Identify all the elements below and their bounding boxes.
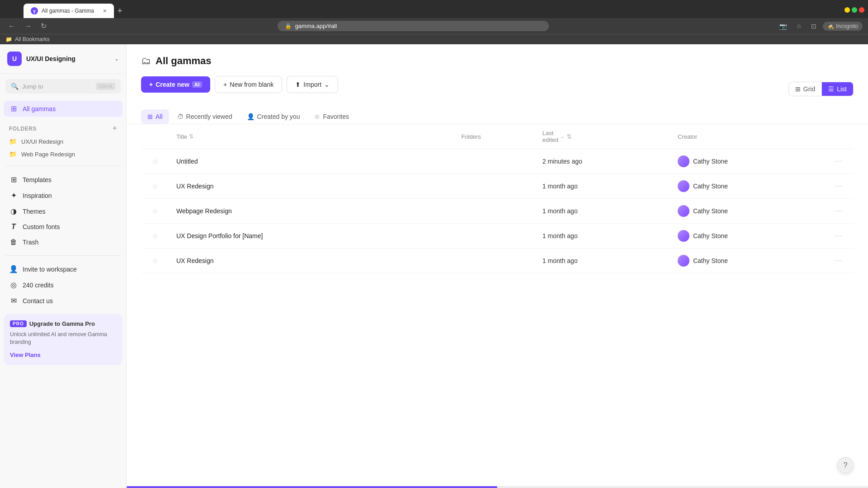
th-creator: Creator: [670, 124, 825, 149]
doc-title[interactable]: UX Redesign: [176, 257, 214, 264]
folder-item-web-page-redesign[interactable]: 📁 Web Page Redesign: [4, 148, 123, 160]
search-icon: 🔍: [11, 83, 19, 90]
maximize-button[interactable]: [852, 7, 857, 13]
th-last-edited[interactable]: Last edited ⌄ ⇅: [535, 124, 670, 149]
new-tab-button[interactable]: +: [114, 5, 126, 18]
sidebar-item-contact[interactable]: ✉ Contact us: [4, 293, 123, 309]
creator-cell: Cathy Stone: [670, 149, 825, 174]
browser-actions: 📷 ☆ ⊡ 🕵 Incognito: [777, 22, 863, 31]
row-menu-button[interactable]: ···: [832, 181, 846, 191]
favorite-button[interactable]: ☆: [148, 257, 162, 265]
help-button[interactable]: ?: [837, 457, 854, 474]
app-container: U UX/UI Designing ⌄ 🔍 Jump to Ctrl+K ⊞ A…: [0, 44, 868, 488]
minimize-button[interactable]: [844, 7, 850, 13]
last-edited-cell: 1 month ago: [535, 249, 670, 273]
workspace-chevron-icon[interactable]: ⌄: [114, 56, 119, 62]
doc-title[interactable]: UX Design Portfolio for [Name]: [176, 232, 263, 239]
sidebar-item-credits[interactable]: ◎ 240 credits: [4, 277, 123, 293]
creator-cell: Cathy Stone: [670, 199, 825, 224]
refresh-button[interactable]: ↻: [38, 21, 49, 31]
sidebar-item-invite[interactable]: 👤 Invite to workspace: [4, 261, 123, 277]
filter-tab-favorites[interactable]: ☆ Favorites: [308, 109, 355, 124]
folders-cell: [454, 174, 535, 199]
grid-view-button[interactable]: ⊞ Grid: [789, 82, 822, 96]
themes-icon: ◑: [9, 207, 18, 216]
sidebar-item-custom-fonts[interactable]: T Custom fonts: [4, 219, 123, 235]
split-view-icon[interactable]: ⊡: [808, 22, 819, 31]
menu-cell: ···: [825, 224, 854, 249]
content-header: 🗂 All gammas + Create new AI + New from …: [127, 44, 868, 124]
bookmarks-bar: 📁 All Bookmarks: [0, 34, 868, 44]
plus-icon: +: [149, 81, 153, 88]
list-view-button[interactable]: ☰ List: [822, 82, 853, 96]
new-from-blank-button[interactable]: + New from blank: [215, 76, 282, 93]
all-icon: ⊞: [147, 113, 153, 120]
filter-tab-created-by-you[interactable]: 👤 Created by you: [241, 109, 307, 124]
view-plans-link[interactable]: View Plans: [10, 352, 41, 358]
table-row: ☆ UX Redesign 1 month ago Cathy Stone ··…: [141, 174, 854, 199]
title-sort-icon[interactable]: ⇅: [189, 133, 193, 140]
creator-avatar: [678, 255, 689, 267]
filter-tab-all[interactable]: ⊞ All: [141, 109, 169, 124]
folders-cell: [454, 249, 535, 273]
doc-title[interactable]: Untitled: [176, 158, 198, 165]
camera-off-icon[interactable]: 📷: [777, 22, 790, 31]
menu-cell: ···: [825, 149, 854, 174]
bookmarks-folder-icon: 📁: [5, 36, 12, 42]
row-menu-button[interactable]: ···: [832, 206, 846, 216]
creator-cell: Cathy Stone: [670, 174, 825, 199]
folder-item-uxui-redesign[interactable]: 📁 UX/UI Redesign: [4, 135, 123, 148]
incognito-badge: 🕵 Incognito: [823, 22, 863, 31]
filter-tabs: ⊞ All ⏱ Recently viewed 👤 Created by you…: [141, 109, 355, 124]
doc-title[interactable]: UX Redesign: [176, 183, 214, 190]
workspace-info[interactable]: U UX/UI Designing: [7, 52, 75, 66]
forward-button[interactable]: →: [22, 21, 34, 31]
address-bar[interactable]: 🔒 gamma.app/#all: [278, 21, 549, 31]
table-row: ☆ Untitled 2 minutes ago Cathy Stone ···: [141, 149, 854, 174]
creator-name: Cathy Stone: [693, 232, 728, 239]
url-text: gamma.app/#all: [295, 23, 337, 29]
active-tab[interactable]: γ All gammas - Gamma ×: [24, 4, 114, 18]
bookmark-star-icon[interactable]: ☆: [793, 22, 805, 31]
ai-badge: AI: [192, 81, 202, 88]
create-new-button[interactable]: + Create new AI: [141, 76, 210, 93]
import-chevron-icon: ⌄: [324, 81, 330, 88]
favorite-button[interactable]: ☆: [148, 157, 162, 166]
menu-cell: ···: [825, 199, 854, 224]
sidebar-item-inspiration[interactable]: ✦ Inspiration: [4, 188, 123, 203]
doc-title[interactable]: Webpage Redesign: [176, 207, 232, 215]
close-button[interactable]: [859, 7, 864, 13]
favorite-button[interactable]: ☆: [148, 232, 162, 240]
folders-label: Folders: [9, 126, 37, 132]
favorite-button[interactable]: ☆: [148, 207, 162, 216]
filter-tab-recently-viewed[interactable]: ⏱ Recently viewed: [171, 109, 239, 124]
add-folder-button[interactable]: +: [112, 124, 117, 133]
view-toggle: ⊞ Grid ☰ List: [788, 82, 854, 96]
favorites-label: Favorites: [323, 113, 349, 120]
last-edited-cell: 1 month ago: [535, 224, 670, 249]
folders-section: Folders + 📁 UX/UI Redesign 📁 Web Page Re…: [0, 118, 126, 162]
row-menu-button[interactable]: ···: [832, 256, 846, 266]
incognito-label: Incognito: [836, 23, 858, 29]
lock-icon: 🔒: [285, 23, 292, 29]
th-title: Title ⇅: [169, 124, 454, 149]
favorite-button[interactable]: ☆: [148, 182, 162, 191]
sidebar-item-themes[interactable]: ◑ Themes: [4, 203, 123, 219]
row-menu-button[interactable]: ···: [832, 231, 846, 241]
sidebar-item-templates[interactable]: ⊞ Templates: [4, 172, 123, 188]
sidebar-item-trash[interactable]: 🗑 Trash: [4, 235, 123, 250]
incognito-icon: 🕵: [827, 23, 834, 29]
creator-name: Cathy Stone: [693, 257, 728, 264]
sort-toggle-icon[interactable]: ⇅: [566, 133, 572, 140]
import-button[interactable]: ⬆ Import ⌄: [287, 76, 338, 93]
back-button[interactable]: ←: [5, 21, 18, 31]
row-menu-button[interactable]: ···: [832, 156, 846, 166]
search-bar[interactable]: 🔍 Jump to Ctrl+K: [5, 79, 121, 94]
gammas-table: Title ⇅ Folders Last edited ⌄ ⇅: [141, 124, 854, 273]
inspiration-icon: ✦: [9, 191, 18, 200]
th-actions: [825, 124, 854, 149]
tab-close-button[interactable]: ×: [103, 7, 107, 14]
contact-label: Contact us: [23, 297, 117, 305]
sidebar-item-all-gammas[interactable]: ⊞ All gammas: [4, 101, 123, 117]
menu-cell: ···: [825, 174, 854, 199]
